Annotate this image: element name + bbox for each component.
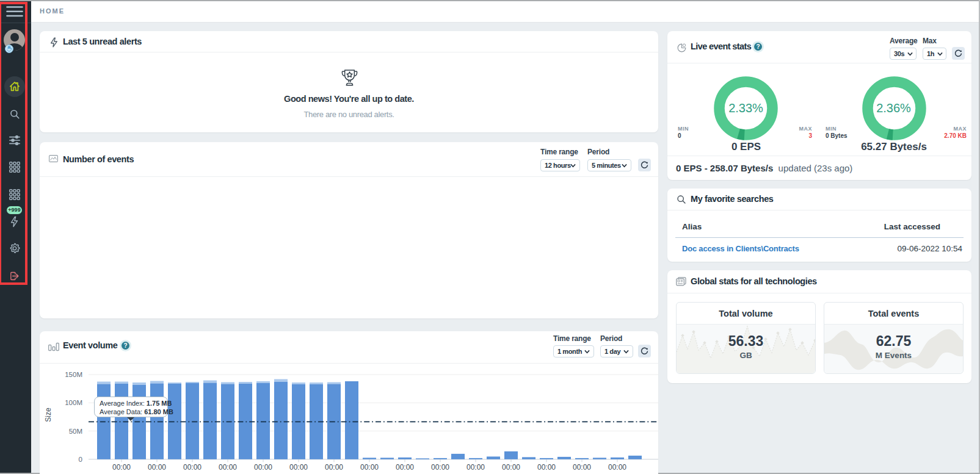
svg-text:100M: 100M	[65, 399, 82, 406]
svg-text:Size: Size	[44, 408, 53, 422]
svg-text:00:00: 00:00	[219, 463, 237, 472]
svg-text:50M: 50M	[69, 428, 82, 435]
svg-text:00:00: 00:00	[289, 463, 308, 472]
svg-text:00:00: 00:00	[254, 463, 272, 472]
svg-text:00:00: 00:00	[537, 463, 556, 472]
svg-text:00:00: 00:00	[148, 463, 166, 472]
svg-text:00:00: 00:00	[360, 463, 379, 472]
svg-text:00:00: 00:00	[466, 463, 485, 472]
svg-text:150M: 150M	[65, 371, 82, 378]
svg-text:00:00: 00:00	[573, 463, 591, 472]
svg-text:00:00: 00:00	[431, 463, 449, 472]
svg-text:00:00: 00:00	[396, 463, 414, 472]
svg-text:00:00: 00:00	[325, 463, 343, 472]
svg-text:00:00: 00:00	[183, 463, 201, 472]
svg-text:0: 0	[79, 456, 82, 463]
svg-text:00:00: 00:00	[112, 463, 131, 472]
svg-text:00:00: 00:00	[608, 463, 626, 472]
svg-text:00:00: 00:00	[502, 463, 520, 472]
